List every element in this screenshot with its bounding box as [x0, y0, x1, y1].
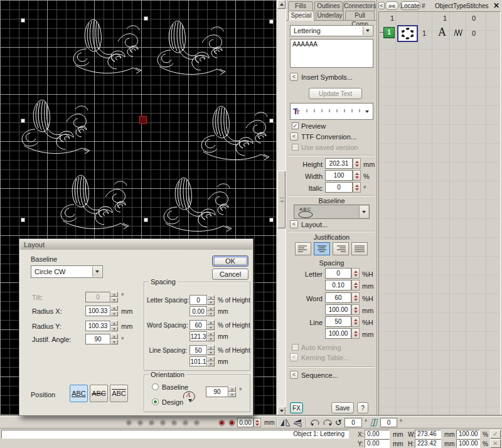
mirror-horizontal-button[interactable] [279, 418, 291, 429]
kerning-table-button[interactable]: < [290, 353, 298, 361]
baseline-combobox[interactable]: Circle CW [31, 265, 103, 278]
mirror-vertical-button[interactable] [292, 418, 304, 429]
dropdown-arrow-icon[interactable] [92, 267, 102, 277]
skew-angle-field[interactable]: 0 [380, 418, 397, 427]
hoop-tool-icon[interactable]: ◉ [159, 418, 166, 427]
active-tool-icon[interactable]: ◉ [228, 418, 235, 427]
hoop-tool-icon[interactable]: ◉ [171, 418, 177, 427]
hoop-tool-icon[interactable]: ◉ [182, 418, 188, 427]
insert-symbols-button[interactable]: < [290, 73, 298, 81]
selection-handle-top-right[interactable] [269, 19, 274, 24]
selection-handle-top-center[interactable] [144, 16, 148, 21]
baseline-select[interactable]: ABC [294, 205, 370, 219]
line-spacing-mm-field[interactable]: 101.1 [190, 356, 207, 366]
use-saved-version-checkbox[interactable] [292, 144, 299, 151]
justify-center-button[interactable] [314, 242, 330, 255]
italic-spinner[interactable] [353, 182, 361, 193]
tab-pull-comp[interactable]: Pull Comp [345, 11, 375, 20]
layout-button[interactable]: < [290, 220, 298, 228]
line-spacing-percent-field[interactable]: 50 [190, 345, 207, 355]
height-percent-field[interactable]: 100.00 [456, 439, 480, 448]
skew-button[interactable] [370, 418, 379, 429]
justify-full-button[interactable] [351, 242, 368, 255]
tab-underlay[interactable]: Underlay [316, 11, 344, 20]
hoop-tool-icon[interactable]: ◉ [125, 418, 132, 427]
dialog-titlebar[interactable]: Layout [20, 240, 252, 250]
cancel-transform-button[interactable]: ✕ [490, 439, 501, 448]
tab-outlines[interactable]: Outlines [314, 1, 343, 11]
dropdown-arrow-icon[interactable] [365, 110, 369, 113]
hoop-tool-icon[interactable]: ◉ [148, 418, 154, 427]
letter-spacing-mm-field[interactable]: 0.00 [190, 306, 207, 316]
position-over-baseline-button[interactable]: ABC [110, 385, 128, 402]
scroll-thumb[interactable] [277, 171, 286, 228]
height-value-field[interactable]: 223.42 [415, 439, 441, 448]
rotation-center-marker[interactable] [139, 116, 147, 124]
line-spacing-percent-field[interactable]: 50 [325, 316, 351, 327]
width-spinner[interactable] [353, 170, 361, 181]
scroll-down-button[interactable] [277, 407, 286, 415]
letter-spacing-mm-spinner[interactable] [207, 306, 215, 316]
position-center-baseline-button[interactable]: ABC [90, 385, 108, 402]
selection-handle-top-left[interactable] [21, 18, 25, 23]
auto-kerning-checkbox[interactable] [292, 344, 299, 351]
selection-handle-bottom-left[interactable] [21, 218, 25, 222]
apply-button[interactable]: ✓ [490, 430, 501, 439]
letter-spacing-mm-field[interactable]: 0.10 [325, 280, 351, 291]
ttf-conversion-button[interactable]: < [290, 132, 298, 141]
tab-connectors[interactable]: Connectors [343, 1, 375, 11]
justify-right-button[interactable] [333, 242, 349, 255]
sequence-button[interactable]: < [290, 371, 298, 379]
tilt-field[interactable]: 0 [85, 292, 110, 302]
justify-left-button[interactable] [295, 242, 311, 255]
lettering-type-select[interactable]: Lettering [290, 25, 373, 36]
word-spacing-mm-field[interactable]: 100.00 [325, 304, 351, 315]
film-list[interactable]: 1 1 0 1 [378, 11, 501, 415]
orientation-angle-field[interactable]: 90 [206, 387, 228, 397]
rotate-reset-icon[interactable]: ↺ [335, 418, 342, 427]
selection-handle-bottom-right[interactable] [269, 218, 274, 222]
color-chip[interactable]: 1 [383, 27, 395, 38]
line-spacing-mm-field[interactable]: 100.00 [325, 328, 351, 339]
tab-special[interactable]: Special [288, 11, 314, 21]
help-button[interactable]: ? [357, 402, 368, 413]
selection-handle-mid-right[interactable] [269, 119, 274, 123]
radius-x-field[interactable]: 100.33 [85, 306, 110, 316]
orientation-baseline-radio[interactable] [152, 383, 159, 390]
film-expand-button[interactable]: < [378, 2, 385, 9]
italic-field[interactable]: 0 [325, 182, 353, 193]
tab-fills[interactable]: Fills [288, 1, 313, 11]
lettering-text-input[interactable]: AAAAAA [290, 39, 373, 68]
line-spacing-percent-spinner[interactable] [207, 345, 215, 355]
vertical-scrollbar[interactable] [276, 0, 286, 416]
position-under-baseline-button[interactable]: ABC [70, 385, 88, 402]
height-field[interactable]: 202.31 [325, 158, 353, 169]
rotate-angle-field[interactable]: 0 [344, 418, 362, 427]
y-position-field[interactable]: 0.00 [365, 439, 390, 448]
cancel-button[interactable]: Cancel [212, 269, 248, 280]
nudge-distance-spinner[interactable] [254, 418, 261, 427]
dropdown-arrow-icon[interactable] [359, 206, 368, 218]
letter-spacing-percent-spinner[interactable] [351, 268, 360, 279]
rotate-cw-button[interactable] [323, 418, 334, 429]
width-field[interactable]: 100 [325, 170, 353, 181]
selection-handle-bottom-center[interactable] [144, 218, 148, 222]
word-spacing-percent-spinner[interactable] [351, 292, 360, 303]
film-collapse-button[interactable]: »« [385, 1, 398, 10]
letter-spacing-percent-field[interactable]: 0 [190, 295, 207, 305]
line-spacing-percent-spinner[interactable] [351, 316, 360, 327]
word-spacing-mm-spinner[interactable] [207, 331, 215, 341]
orientation-design-radio[interactable] [152, 398, 159, 405]
preview-checkbox[interactable]: ✓ [292, 122, 299, 129]
justif-angle-spinner[interactable] [110, 334, 118, 344]
line-spacing-mm-spinner[interactable] [351, 328, 360, 339]
word-spacing-percent-field[interactable]: 60 [325, 292, 351, 303]
fx-button[interactable]: FX [290, 402, 303, 413]
letter-spacing-percent-spinner[interactable] [207, 295, 215, 305]
dropdown-arrow-icon[interactable] [363, 26, 372, 35]
width-percent-field[interactable]: 100.00 [456, 430, 480, 439]
scroll-up-button[interactable] [277, 0, 286, 9]
radius-y-field[interactable]: 100.33 [85, 321, 110, 331]
ok-button[interactable]: OK [212, 255, 248, 267]
update-text-button[interactable]: Update Text [309, 88, 362, 99]
